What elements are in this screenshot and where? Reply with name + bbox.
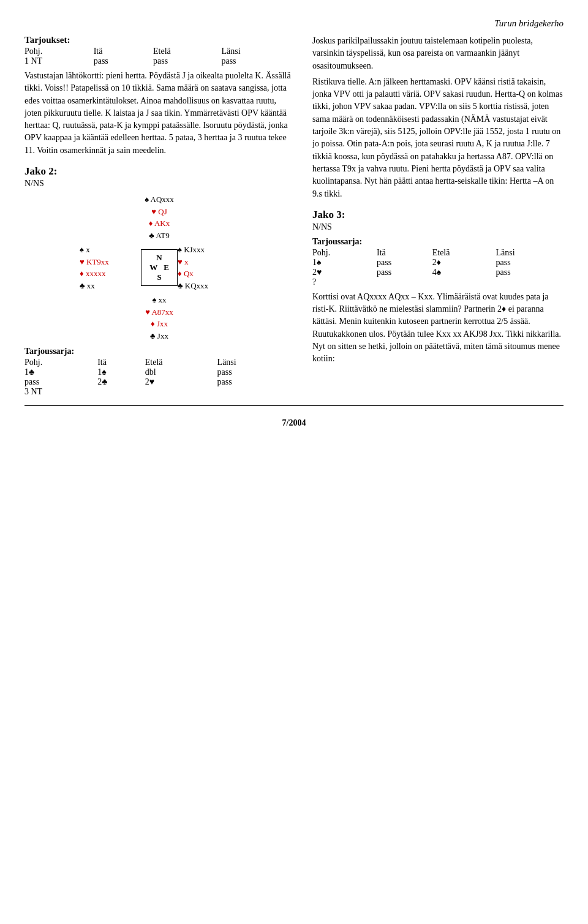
bid-cell: pass	[377, 268, 432, 277]
header-title: Turun bridgekerho	[494, 18, 564, 28]
bid-header-etela: Etelä	[153, 47, 221, 56]
bid-cell: 3 NT	[24, 387, 97, 397]
jako3-title: Jako 3:	[312, 209, 564, 221]
east-spade: ♠ KJxxx	[178, 244, 239, 256]
bid-cell: pass	[377, 258, 432, 268]
east-club: ♣ KQxxx	[178, 280, 239, 292]
east-hand: ♠ KJxxx ♥ x ♦ Qx ♣ KQxxx	[178, 244, 239, 291]
bid-cell: pass	[153, 56, 221, 66]
south-heart: ♥ A87xx	[123, 306, 196, 318]
east-diamond: ♦ Qx	[178, 268, 239, 280]
table-row: 1♣ 1♠ dbl pass	[24, 367, 294, 377]
middle-row: ♠ x ♥ KT9xx ♦ xxxxx ♣ xx N W E S	[49, 244, 270, 291]
footer: 7/2004	[24, 418, 564, 428]
bid-cell	[97, 387, 145, 397]
north-diamond: ♦ AKx	[123, 217, 196, 230]
table-row: 2♥ pass 4♠ pass	[312, 268, 564, 277]
west-club: ♣ xx	[80, 280, 141, 292]
jako3-nns: N/NS	[312, 222, 564, 232]
bid-cell: ?	[312, 277, 377, 287]
bid-cell: pass	[496, 258, 564, 268]
right-column: Joskus parikilpailussakin joutuu taistel…	[312, 35, 564, 400]
bid-table-2: Pohj. Itä Etelä Länsi 1♣ 1♠ dbl pass pas…	[24, 358, 294, 397]
page-title: Turun bridgekerho	[24, 18, 564, 29]
bid-cell: 4♠	[432, 268, 496, 277]
bid-header: Pohj.	[24, 358, 97, 367]
bid-header: Länsi	[217, 358, 294, 367]
left-para1: Vastustajan lähtökortti: pieni hertta. P…	[24, 70, 294, 157]
footer-text: 7/2004	[282, 418, 306, 427]
bid-header-pohj: Pohj.	[24, 47, 94, 56]
jako2-nns: N/NS	[24, 179, 294, 189]
bid-cell: pass	[217, 367, 294, 377]
bid-header: Etelä	[432, 248, 496, 258]
bid-cell: 2♣	[97, 377, 145, 387]
tarjoussarja-label: Tarjoussarja:	[24, 347, 294, 356]
north-heart: ♥ QJ	[123, 206, 196, 218]
bid-cell: 2♥	[312, 268, 377, 277]
bid-cell	[217, 387, 294, 397]
bid-header: Pohj.	[312, 248, 377, 258]
table-row: 1♠ pass 2♦ pass	[312, 258, 564, 268]
west-heart: ♥ KT9xx	[80, 256, 141, 268]
compass-w: W	[149, 263, 157, 272]
bid-cell	[145, 387, 217, 397]
compass-e: E	[164, 263, 169, 272]
bid-cell: 1 NT	[24, 56, 94, 66]
compass-we: W E	[149, 263, 169, 272]
table-row: ?	[312, 277, 564, 287]
compass-n: N	[156, 253, 162, 263]
south-diamond: ♦ Jxx	[123, 318, 196, 330]
right-para2: Ristikuva tielle. A:n jälkeen herttamask…	[312, 76, 564, 200]
bid-table-1: Pohj. Itä Etelä Länsi 1 NT pass pass pas…	[24, 47, 294, 66]
tarjoukset-label: Tarjoukset:	[24, 35, 294, 45]
table-row: Pohj. Itä Etelä Länsi	[24, 358, 294, 367]
jako2-title: Jako 2:	[24, 165, 294, 178]
north-hand: ♠ AQxxx ♥ QJ ♦ AKx ♣ AT9	[123, 193, 196, 241]
page: Turun bridgekerho Tarjoukset: Pohj. Itä …	[0, 0, 588, 924]
tarjoussarja3-label: Tarjoussarja:	[312, 237, 564, 247]
right-para3: Korttisi ovat AQxxxx AQxx – Kxx. Ylimäär…	[312, 291, 564, 366]
bid-header: Länsi	[496, 248, 564, 258]
table-row: Pohj. Itä Etelä Länsi	[312, 248, 564, 258]
table-row: 1 NT pass pass pass	[24, 56, 294, 66]
west-hand: ♠ x ♥ KT9xx ♦ xxxxx ♣ xx	[80, 244, 141, 291]
footer-divider	[24, 405, 564, 406]
bid-cell: 2♥	[145, 377, 217, 387]
bid-header: Etelä	[145, 358, 217, 367]
table-row: 3 NT	[24, 387, 294, 397]
bid-header-ita: Itä	[94, 47, 153, 56]
bid-cell: pass	[217, 377, 294, 387]
bid-cell: pass	[221, 56, 294, 66]
bid-cell: 1♣	[24, 367, 97, 377]
main-content: Tarjoukset: Pohj. Itä Etelä Länsi 1 NT p…	[24, 35, 564, 400]
west-diamond: ♦ xxxxx	[80, 268, 141, 280]
bid-cell: pass	[496, 268, 564, 277]
bid-header: Itä	[377, 248, 432, 258]
compass-s: S	[157, 272, 161, 282]
right-para1: Joskus parikilpailussakin joutuu taistel…	[312, 35, 564, 72]
bid-cell: pass	[94, 56, 153, 66]
bid-header-lansi: Länsi	[221, 47, 294, 56]
bid-table-3: Pohj. Itä Etelä Länsi 1♠ pass 2♦ pass 2♥…	[312, 248, 564, 287]
east-heart: ♥ x	[178, 256, 239, 268]
table-row: pass 2♣ 2♥ pass	[24, 377, 294, 387]
bid-cell: 1♠	[312, 258, 377, 268]
north-spade: ♠ AQxxx	[123, 193, 196, 206]
south-spade: ♠ xx	[123, 294, 196, 306]
north-club: ♣ AT9	[123, 230, 196, 242]
south-hand: ♠ xx ♥ A87xx ♦ Jxx ♣ Jxx	[123, 294, 196, 342]
bid-header: Itä	[97, 358, 145, 367]
south-club: ♣ Jxx	[123, 330, 196, 342]
bid-cell: 1♠	[97, 367, 145, 377]
west-spade: ♠ x	[80, 244, 141, 256]
compass: N W E S	[141, 249, 178, 286]
bid-cell: 2♦	[432, 258, 496, 268]
bid-cell: dbl	[145, 367, 217, 377]
left-column: Tarjoukset: Pohj. Itä Etelä Länsi 1 NT p…	[24, 35, 294, 400]
card-diagram-jako2: ♠ AQxxx ♥ QJ ♦ AKx ♣ AT9 ♠ x ♥ KT9xx ♦ x…	[49, 193, 270, 342]
bid-cell: pass	[24, 377, 97, 387]
